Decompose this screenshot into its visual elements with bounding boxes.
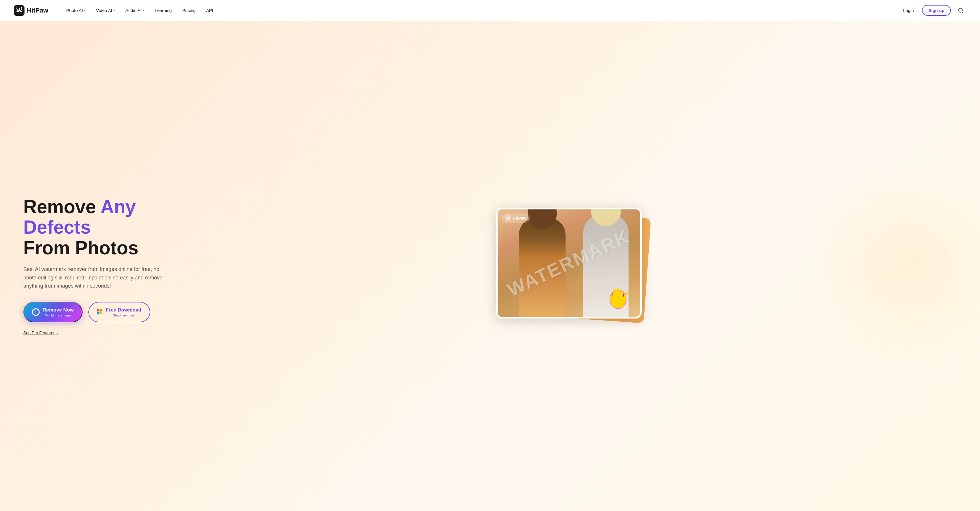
- hero-left: Remove Any Defects From Photos Best AI w…: [23, 197, 187, 336]
- navbar: HitPaw Photo AI ▾ Video AI ▾ Audio AI ▾ …: [0, 0, 980, 21]
- photo-placeholder: WATERMARK HitPaw Y: [498, 209, 640, 317]
- chevron-down-icon: ▾: [113, 9, 115, 12]
- svg-text:⚡: ⚡: [624, 291, 629, 296]
- nav-api[interactable]: API: [202, 6, 217, 15]
- image-stack: WATERMARK HitPaw Y: [496, 205, 648, 327]
- image-card-front: WATERMARK HitPaw Y: [496, 208, 642, 318]
- svg-text:⚡: ⚡: [608, 296, 614, 302]
- sticker-yeah: YEAH! ⚡ ⚡: [605, 285, 631, 311]
- free-download-button[interactable]: Free Download *Batch removal: [88, 302, 150, 322]
- nav-audio-ai[interactable]: Audio AI ▾: [121, 6, 148, 15]
- nav-photo-ai[interactable]: Photo AI ▾: [62, 6, 89, 15]
- nav-links: Photo AI ▾ Video AI ▾ Audio AI ▾ Learnin…: [62, 6, 899, 15]
- hero-description: Best AI watermark remover from images on…: [23, 265, 163, 290]
- svg-line-2: [962, 11, 963, 13]
- windows-icon: [97, 309, 103, 315]
- chevron-down-icon: ▾: [143, 9, 145, 12]
- see-pro-features-link[interactable]: See Pro Features ›: [23, 331, 58, 335]
- hitpaw-badge: HitPaw: [502, 213, 530, 223]
- hero-right: WATERMARK HitPaw Y: [187, 205, 957, 327]
- remove-now-button[interactable]: ↑ Remove Now *No blur to images: [23, 302, 83, 322]
- logo-icon: [14, 5, 24, 16]
- logo[interactable]: HitPaw: [14, 5, 48, 16]
- brand-name: HitPaw: [27, 7, 48, 14]
- login-button[interactable]: Login: [899, 6, 917, 15]
- nav-actions: Login Sign up: [899, 5, 966, 16]
- chevron-right-icon: ›: [57, 331, 58, 335]
- nav-pricing[interactable]: Pricing: [178, 6, 200, 15]
- nav-learning[interactable]: Learning: [151, 6, 176, 15]
- search-button[interactable]: [956, 5, 966, 16]
- upload-icon: ↑: [32, 308, 40, 316]
- hero-title: Remove Any Defects From Photos: [23, 197, 187, 258]
- nav-video-ai[interactable]: Video AI ▾: [92, 6, 119, 15]
- svg-rect-0: [14, 5, 24, 16]
- svg-point-10: [613, 291, 623, 299]
- hero-buttons: ↑ Remove Now *No blur to images Free Dow…: [23, 302, 187, 322]
- hitpaw-badge-icon: [505, 215, 511, 221]
- chevron-down-icon: ▾: [84, 9, 86, 12]
- signup-button[interactable]: Sign up: [922, 5, 951, 16]
- hero-section: Remove Any Defects From Photos Best AI w…: [0, 21, 980, 511]
- search-icon: [958, 8, 964, 13]
